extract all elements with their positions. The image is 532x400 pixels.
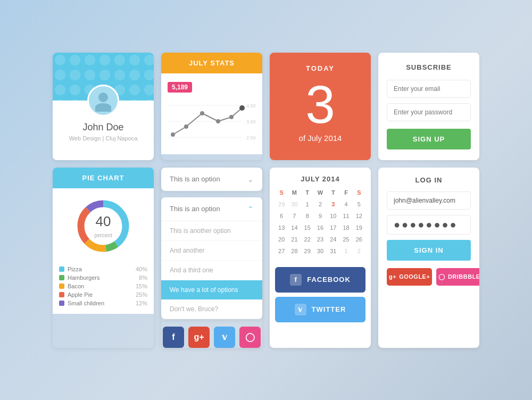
cal-day[interactable]: 10: [327, 211, 339, 221]
twitter-icon-btn[interactable]: 𝕧: [214, 327, 235, 348]
cal-day[interactable]: 26: [353, 234, 365, 245]
cal-day[interactable]: 1: [301, 199, 314, 210]
signup-button[interactable]: SIGN UP: [387, 129, 471, 149]
cal-day[interactable]: 27: [275, 246, 288, 256]
piechart-header: PIE CHART: [53, 168, 154, 188]
dropdown-option-5[interactable]: Don't we, Bruce?: [161, 299, 262, 319]
avatar: [87, 85, 119, 116]
google-label: GOOGLE+: [399, 273, 430, 280]
social-buttons-grid: g+ GOOGLE+ ◯ DRIBBBLE: [387, 268, 471, 286]
dribbble-icon: ◯: [438, 273, 445, 280]
cal-header-s2: S: [353, 188, 365, 197]
dropdown-option-1[interactable]: This is another option: [161, 221, 262, 241]
today-sub: of July 2014: [299, 134, 342, 159]
cal-day[interactable]: 17: [327, 222, 339, 233]
dropdown-option-2[interactable]: And another: [161, 241, 262, 261]
login-title: LOG IN: [387, 176, 471, 184]
cal-header-t1: T: [301, 188, 314, 197]
cal-day[interactable]: 19: [353, 222, 365, 233]
cal-day[interactable]: 30: [314, 246, 327, 256]
facebook-button[interactable]: f FACEBOOK: [275, 267, 365, 293]
calendar-header-row: S M T W T F S: [275, 188, 365, 197]
donut-label: percent: [94, 232, 112, 238]
cal-day[interactable]: 13: [275, 222, 288, 233]
svg-text:2,500: 2,500: [246, 135, 256, 140]
dribbble-button[interactable]: ◯ DRIBBBLE: [436, 268, 479, 286]
cal-row-4: 20 21 22 23 24 25 26: [275, 234, 365, 245]
svg-point-6: [216, 119, 220, 123]
cal-day[interactable]: 3: [327, 199, 339, 210]
calendar-grid: S M T W T F S 29 30 1 2 3 4 5 6 7 8: [270, 188, 371, 263]
cal-day[interactable]: 9: [314, 211, 327, 221]
dropdown-open-header[interactable]: This is an option ⌃: [161, 197, 262, 221]
signin-button[interactable]: SIGN IN: [387, 240, 471, 261]
cal-day[interactable]: 30: [288, 199, 301, 210]
cal-day[interactable]: 5: [353, 199, 365, 210]
dribbble-icon-btn[interactable]: ◯: [239, 327, 261, 348]
dropdown-open: This is an option ⌃ This is another opti…: [161, 197, 262, 319]
stats-chart: 4,500 3,500 2,500: [168, 95, 256, 148]
cal-day[interactable]: 23: [314, 234, 327, 245]
cal-header-w: W: [314, 188, 327, 197]
stats-body: 5,189 4,500: [161, 73, 262, 154]
cal-day[interactable]: 16: [314, 222, 327, 233]
avatar-person: [93, 90, 113, 111]
line-chart: 4,500 3,500 2,500: [168, 95, 256, 145]
cal-day[interactable]: 29: [301, 246, 314, 256]
cal-day[interactable]: 2: [353, 246, 365, 256]
cal-day[interactable]: 6: [275, 211, 288, 221]
cal-day[interactable]: 8: [301, 211, 314, 221]
legend-item-pizza: Pizza 40%: [59, 265, 147, 273]
today-number: 3: [305, 78, 335, 131]
cal-day[interactable]: 2: [314, 199, 327, 210]
twitter-icon: 𝕧: [295, 304, 306, 315]
chevron-up-icon: ⌃: [247, 205, 254, 213]
facebook-icon-btn[interactable]: f: [163, 327, 184, 348]
facebook-label: FACEBOOK: [307, 276, 351, 284]
cal-header-t2: T: [327, 188, 339, 197]
cal-day[interactable]: 24: [327, 234, 339, 245]
dropdown-option-3[interactable]: And a third one: [161, 261, 262, 280]
profile-card: John Doe Web Design | Cluj Napoca: [53, 53, 154, 160]
cal-row-3: 13 14 15 16 17 18 19: [275, 222, 365, 233]
calendar-card: JULY 2014 S M T W T F S 29 30 1 2 3 4 5: [270, 168, 371, 348]
cal-day[interactable]: 1: [339, 246, 352, 256]
cal-day[interactable]: 7: [288, 211, 301, 221]
cal-day[interactable]: 21: [288, 234, 301, 245]
cal-day[interactable]: 29: [275, 199, 288, 210]
dropdown-closed-label: This is an option: [170, 175, 220, 183]
cal-day[interactable]: 4: [339, 199, 352, 210]
dropdown-option-highlight[interactable]: We have a lot of options: [161, 280, 262, 299]
google-button[interactable]: g+ GOOGLE+: [387, 268, 432, 286]
legend-item-bacon: Bacon 15%: [59, 282, 147, 290]
cal-day[interactable]: 15: [301, 222, 314, 233]
donut-center: 40 percent: [94, 213, 112, 239]
password-input[interactable]: [387, 103, 471, 121]
legend: Pizza 40% Hamburgers 8% Bacon 15% Apple …: [59, 265, 147, 307]
social-icons-row: f g+ 𝕧 ◯: [161, 327, 262, 348]
svg-point-5: [200, 111, 204, 115]
cal-day[interactable]: 18: [339, 222, 352, 233]
cal-day[interactable]: 25: [339, 234, 352, 245]
email-input[interactable]: [387, 80, 471, 98]
dropdown-open-label: This is an option: [170, 205, 220, 213]
cal-day[interactable]: 22: [301, 234, 314, 245]
cal-day[interactable]: 14: [288, 222, 301, 233]
subscribe-title: SUBSCRIBE: [387, 63, 471, 71]
dropdown-closed[interactable]: This is an option ⌄: [161, 168, 262, 191]
cal-day[interactable]: 20: [275, 234, 288, 245]
login-password-display: ●●●●●●●●: [387, 215, 471, 235]
cal-day[interactable]: 11: [339, 211, 352, 221]
cal-day[interactable]: 31: [327, 246, 339, 256]
cal-row-2: 6 7 8 9 10 11 12: [275, 211, 365, 221]
twitter-button[interactable]: 𝕧 TWITTER: [275, 297, 365, 322]
cal-day[interactable]: 12: [353, 211, 365, 221]
cal-day[interactable]: 28: [288, 246, 301, 256]
google-icon-btn[interactable]: g+: [188, 327, 210, 348]
login-email-input[interactable]: [387, 191, 471, 210]
piechart-body: 40 percent Pizza 40% Hamburgers 8% Bacon…: [53, 188, 154, 314]
legend-item-smallchildren: Small children 12%: [59, 299, 147, 307]
login-card: LOG IN ●●●●●●●● SIGN IN g+ GOOGLE+ ◯ DRI…: [378, 168, 479, 348]
profile-name: John Doe: [58, 122, 148, 133]
dribbble-label: DRIBBBLE: [448, 273, 479, 280]
